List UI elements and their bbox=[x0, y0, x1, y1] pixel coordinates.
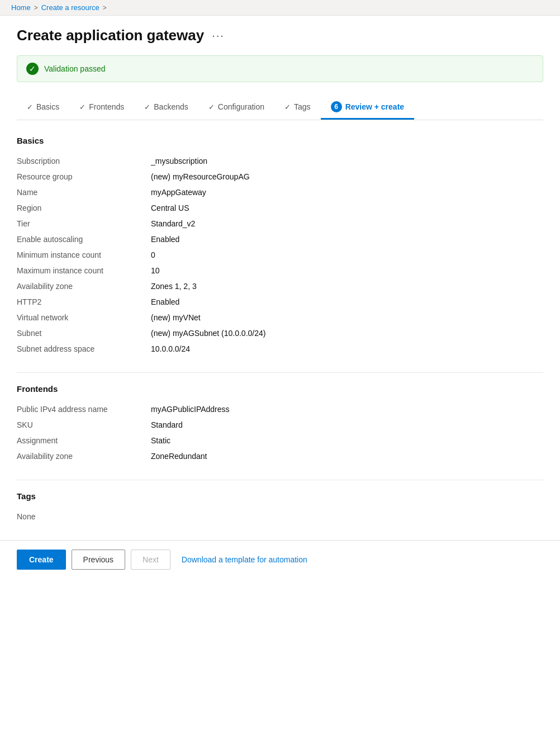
field-virtual-network: Virtual network (new) myVNet bbox=[17, 310, 543, 325]
field-http2: HTTP2 Enabled bbox=[17, 294, 543, 310]
field-enable-autoscaling-value: Enabled bbox=[151, 235, 543, 244]
footer: Create Previous Next Download a template… bbox=[0, 540, 560, 579]
field-public-ipv4-label: Public IPv4 address name bbox=[17, 405, 151, 414]
field-max-instance: Maximum instance count 10 bbox=[17, 263, 543, 278]
tab-review-create-badge: 6 bbox=[331, 101, 342, 112]
field-min-instance-value: 0 bbox=[151, 250, 543, 259]
breadcrumb-separator-1: > bbox=[34, 4, 38, 12]
field-public-ipv4-value: myAGPublicIPAddress bbox=[151, 405, 543, 414]
breadcrumb-separator-2: > bbox=[103, 4, 107, 12]
field-subnet-address-space-label: Subnet address space bbox=[17, 344, 151, 353]
field-subnet-label: Subnet bbox=[17, 329, 151, 338]
breadcrumb-home[interactable]: Home bbox=[11, 3, 31, 12]
field-tier-label: Tier bbox=[17, 219, 151, 228]
field-virtual-network-value: (new) myVNet bbox=[151, 313, 543, 322]
field-min-instance: Minimum instance count 0 bbox=[17, 247, 543, 263]
field-subnet: Subnet (new) myAGSubnet (10.0.0.0/24) bbox=[17, 325, 543, 341]
field-virtual-network-label: Virtual network bbox=[17, 313, 151, 322]
field-max-instance-value: 10 bbox=[151, 266, 543, 275]
section-tags: Tags None bbox=[17, 491, 543, 524]
tabs-container: ✓ Basics ✓ Frontends ✓ Backends ✓ Config… bbox=[17, 96, 543, 120]
tab-tags-check: ✓ bbox=[284, 103, 291, 111]
field-subnet-value: (new) myAGSubnet (10.0.0.0/24) bbox=[151, 329, 543, 338]
field-public-ipv4: Public IPv4 address name myAGPublicIPAdd… bbox=[17, 401, 543, 417]
tab-review-create-label: Review + create bbox=[345, 102, 404, 111]
section-frontends-title: Frontends bbox=[17, 384, 543, 394]
field-subscription: Subscription _mysubscription bbox=[17, 153, 543, 169]
main-content: Create application gateway ··· ✓ Validat… bbox=[0, 16, 560, 524]
field-frontends-availability-zone-value: ZoneRedundant bbox=[151, 452, 543, 461]
divider-1 bbox=[17, 372, 543, 373]
field-name-label: Name bbox=[17, 188, 151, 197]
previous-button[interactable]: Previous bbox=[72, 550, 125, 570]
create-button[interactable]: Create bbox=[17, 550, 66, 570]
validation-check-icon: ✓ bbox=[26, 63, 39, 75]
field-resource-group-label: Resource group bbox=[17, 172, 151, 181]
field-resource-group: Resource group (new) myResourceGroupAG bbox=[17, 169, 543, 184]
field-frontends-availability-zone: Availability zone ZoneRedundant bbox=[17, 448, 543, 464]
tab-backends-label: Backends bbox=[154, 102, 188, 111]
field-tier-value: Standard_v2 bbox=[151, 219, 543, 228]
field-availability-zone: Availability zone Zones 1, 2, 3 bbox=[17, 278, 543, 294]
tab-basics-check: ✓ bbox=[27, 103, 33, 111]
field-region-label: Region bbox=[17, 203, 151, 212]
field-region: Region Central US bbox=[17, 200, 543, 216]
tab-tags-label: Tags bbox=[294, 102, 311, 111]
tab-configuration[interactable]: ✓ Configuration bbox=[198, 97, 274, 119]
breadcrumb: Home > Create a resource > bbox=[11, 3, 549, 12]
next-button: Next bbox=[131, 550, 170, 570]
field-http2-value: Enabled bbox=[151, 297, 543, 306]
tab-configuration-label: Configuration bbox=[218, 102, 264, 111]
tab-backends[interactable]: ✓ Backends bbox=[134, 97, 198, 119]
field-assignment-label: Assignment bbox=[17, 436, 151, 445]
field-name: Name myAppGateway bbox=[17, 184, 543, 200]
field-frontends-availability-zone-label: Availability zone bbox=[17, 452, 151, 461]
tab-review-create[interactable]: 6 Review + create bbox=[321, 96, 414, 120]
field-subnet-address-space-value: 10.0.0.0/24 bbox=[151, 344, 543, 353]
tab-frontends-label: Frontends bbox=[89, 102, 124, 111]
field-subscription-label: Subscription bbox=[17, 157, 151, 165]
field-tier: Tier Standard_v2 bbox=[17, 216, 543, 231]
tab-basics[interactable]: ✓ Basics bbox=[17, 97, 69, 119]
breadcrumb-create-resource[interactable]: Create a resource bbox=[41, 3, 99, 12]
tab-basics-label: Basics bbox=[36, 102, 59, 111]
field-region-value: Central US bbox=[151, 203, 543, 212]
field-resource-group-value: (new) myResourceGroupAG bbox=[151, 172, 543, 181]
section-basics: Basics Subscription _mysubscription Reso… bbox=[17, 136, 543, 357]
tab-backends-check: ✓ bbox=[144, 103, 150, 111]
section-tags-title: Tags bbox=[17, 491, 543, 501]
validation-banner: ✓ Validation passed bbox=[17, 55, 543, 82]
tab-configuration-check: ✓ bbox=[208, 103, 215, 111]
validation-text: Validation passed bbox=[44, 64, 105, 73]
section-basics-title: Basics bbox=[17, 136, 543, 145]
tab-tags[interactable]: ✓ Tags bbox=[274, 97, 321, 119]
field-availability-zone-value: Zones 1, 2, 3 bbox=[151, 282, 543, 291]
more-options-icon[interactable]: ··· bbox=[212, 29, 225, 42]
field-subnet-address-space: Subnet address space 10.0.0.0/24 bbox=[17, 341, 543, 357]
field-availability-zone-label: Availability zone bbox=[17, 282, 151, 291]
page-title: Create application gateway bbox=[17, 27, 204, 44]
field-assignment-value: Static bbox=[151, 436, 543, 445]
field-sku-value: Standard bbox=[151, 420, 543, 429]
field-min-instance-label: Minimum instance count bbox=[17, 250, 151, 259]
tab-frontends-check: ✓ bbox=[79, 103, 86, 111]
field-name-value: myAppGateway bbox=[151, 188, 543, 197]
field-subscription-value: _mysubscription bbox=[151, 157, 543, 165]
field-tags-none: None bbox=[17, 509, 543, 524]
field-http2-label: HTTP2 bbox=[17, 297, 151, 306]
section-frontends: Frontends Public IPv4 address name myAGP… bbox=[17, 384, 543, 464]
field-enable-autoscaling: Enable autoscaling Enabled bbox=[17, 231, 543, 247]
download-template-link[interactable]: Download a template for automation bbox=[182, 555, 307, 564]
field-assignment: Assignment Static bbox=[17, 433, 543, 448]
field-tags-none-label: None bbox=[17, 512, 151, 521]
page-title-row: Create application gateway ··· bbox=[17, 27, 543, 44]
field-sku: SKU Standard bbox=[17, 417, 543, 433]
top-bar: Home > Create a resource > bbox=[0, 0, 560, 16]
field-max-instance-label: Maximum instance count bbox=[17, 266, 151, 275]
tab-frontends[interactable]: ✓ Frontends bbox=[69, 97, 134, 119]
divider-2 bbox=[17, 480, 543, 480]
field-sku-label: SKU bbox=[17, 420, 151, 429]
field-enable-autoscaling-label: Enable autoscaling bbox=[17, 235, 151, 244]
